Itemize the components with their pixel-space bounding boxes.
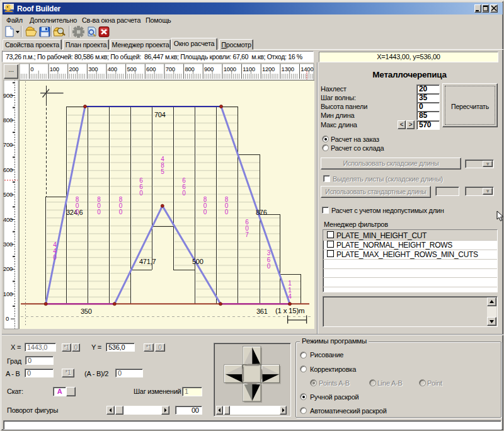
svg-text:(1 x 15)m: (1 x 15)m: [275, 307, 304, 314]
svg-text:300: 300: [3, 241, 13, 248]
svg-text:800: 800: [203, 196, 207, 216]
svg-text:700: 700: [3, 141, 13, 148]
svg-text:200: 200: [3, 265, 13, 272]
svg-text:900: 900: [3, 92, 13, 99]
svg-text:440: 440: [53, 241, 57, 261]
svg-text:876: 876: [256, 209, 267, 216]
svg-text:100: 100: [3, 290, 13, 297]
svg-text:800: 800: [119, 196, 123, 216]
svg-text:800: 800: [3, 117, 13, 124]
svg-text:1200: 1200: [262, 66, 275, 72]
svg-text:704: 704: [154, 111, 166, 118]
svg-text:800: 800: [76, 196, 79, 216]
svg-text:700: 700: [166, 66, 175, 72]
svg-text:114: 114: [288, 280, 292, 300]
svg-text:800: 800: [97, 196, 101, 216]
svg-text:400: 400: [3, 216, 13, 223]
svg-text:361: 361: [256, 307, 268, 315]
svg-text:0: 0: [6, 315, 9, 322]
svg-text:0: 0: [30, 66, 33, 72]
svg-text:300: 300: [88, 66, 98, 72]
svg-text:350: 350: [81, 307, 92, 315]
svg-text:800: 800: [185, 66, 194, 72]
svg-text:500: 500: [3, 191, 13, 198]
svg-text:1300: 1300: [282, 66, 294, 72]
svg-text:660: 660: [182, 177, 186, 197]
svg-text:400: 400: [108, 66, 117, 72]
svg-text:500: 500: [127, 66, 137, 72]
svg-text:900: 900: [204, 66, 214, 72]
svg-text:1000: 1000: [224, 66, 236, 72]
svg-text:1100: 1100: [243, 66, 255, 72]
svg-text:471,7: 471,7: [139, 258, 156, 265]
svg-text:500: 500: [192, 258, 203, 265]
svg-text:800: 800: [225, 196, 229, 216]
svg-text:360: 360: [267, 250, 271, 270]
svg-text:324,6: 324,6: [66, 209, 83, 216]
svg-text:607: 607: [245, 219, 249, 238]
svg-text:100: 100: [50, 66, 59, 72]
svg-text:485: 485: [161, 156, 164, 175]
svg-text:600: 600: [146, 66, 156, 72]
svg-text:200: 200: [69, 66, 79, 72]
svg-text:660: 660: [139, 177, 143, 197]
svg-text:600: 600: [3, 166, 13, 173]
